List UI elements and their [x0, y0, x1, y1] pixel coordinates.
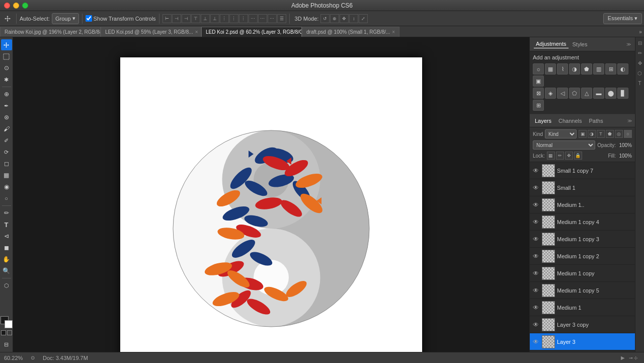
filter-toggle-icon[interactable]: ○ — [624, 130, 632, 138]
levels-adj[interactable]: ▦ — [545, 63, 556, 75]
layer-eye-1[interactable]: 👁 — [532, 184, 540, 192]
more-align-icon[interactable]: ☰ — [277, 14, 286, 23]
quick-select-tool[interactable]: ✱ — [1, 74, 12, 85]
lock-position-icon[interactable]: ✥ — [565, 152, 573, 160]
collapse-panels-btn[interactable]: » — [637, 27, 644, 37]
transform-checkbox[interactable] — [86, 15, 92, 22]
filter-type-icon[interactable]: T — [597, 130, 605, 138]
tab-close-1[interactable]: × — [195, 29, 198, 35]
threshold-adj[interactable]: △ — [581, 88, 592, 99]
lock-image-icon[interactable]: ✏ — [556, 152, 564, 160]
distribute-middle-icon[interactable]: ⋯ — [258, 14, 267, 23]
navigator-icon[interactable]: ⊹ — [634, 355, 638, 360]
tab-led-koi-2[interactable]: LED Koi 2.psd @ 60.2% (Layer 3, RGB/8/CM… — [201, 27, 302, 37]
layer-row-0[interactable]: 👁Small 1 copy 7 — [530, 162, 635, 179]
zoom-tool[interactable]: 🔍 — [1, 265, 12, 276]
align-right-icon[interactable]: ⊣ — [182, 14, 191, 23]
layer-row-4[interactable]: 👁Medium 1 copy 3 — [530, 231, 635, 248]
blend-mode-select[interactable]: Normal Multiply Screen — [533, 140, 595, 150]
align-left-icon[interactable]: ⊢ — [163, 14, 172, 23]
layer-row-2[interactable]: 👁Medium 1.. — [530, 196, 635, 213]
3d-tool[interactable]: ⬡ — [1, 280, 12, 291]
exposure-adj[interactable]: ◑ — [569, 63, 580, 75]
curves-adj[interactable]: ⌇ — [557, 63, 568, 75]
filter-adjustment-icon[interactable]: ◑ — [588, 130, 596, 138]
tab-adjustments[interactable]: Adjustments — [534, 40, 569, 48]
invert-adj[interactable]: ◁ — [557, 88, 568, 99]
align-bottom-icon[interactable]: ⊥ — [210, 14, 219, 23]
mini-icon-5[interactable]: T — [636, 80, 643, 87]
gradient-fill-adj[interactable]: ▊ — [617, 88, 628, 99]
3d-slide-icon[interactable]: ↕ — [349, 14, 358, 23]
3d-roll-icon[interactable]: ⊕ — [330, 14, 339, 23]
background-color[interactable] — [5, 320, 13, 328]
layer-eye-5[interactable]: 👁 — [532, 252, 540, 260]
distribute-bottom-icon[interactable]: ⋯ — [268, 14, 277, 23]
blur-tool[interactable]: ◉ — [1, 181, 12, 192]
marquee-tool[interactable] — [1, 51, 12, 62]
mini-icon-2[interactable]: ✏ — [636, 49, 643, 56]
tab-channels[interactable]: Channels — [556, 117, 584, 125]
align-top-icon[interactable]: ⊤ — [191, 14, 200, 23]
screen-mode-btn[interactable]: ⊟ — [1, 339, 12, 350]
bw-adj[interactable]: ◐ — [617, 63, 628, 75]
layer-eye-3[interactable]: 👁 — [532, 218, 540, 226]
3d-rotate-icon[interactable]: ↺ — [320, 14, 330, 23]
mini-icon-1[interactable]: ⊟ — [636, 39, 643, 46]
minimize-button[interactable] — [13, 3, 19, 9]
posterize-adj[interactable]: ⬠ — [569, 88, 580, 99]
distribute-center-icon[interactable]: ⋮ — [229, 14, 238, 23]
close-button[interactable] — [4, 3, 10, 9]
layer-eye-4[interactable]: 👁 — [532, 235, 540, 243]
layers-collapse-arrow[interactable]: ≫ — [627, 118, 632, 123]
layer-eye-6[interactable]: 👁 — [532, 269, 540, 277]
pattern-adj[interactable]: ⊞ — [533, 100, 544, 111]
hsl-adj[interactable]: ▥ — [593, 63, 604, 75]
layer-eye-10[interactable]: 👁 — [532, 338, 540, 346]
align-center-icon[interactable]: ⊣ — [172, 14, 181, 23]
history-brush[interactable]: ⟳ — [1, 147, 12, 158]
lasso-tool[interactable]: ⊙ — [1, 62, 12, 74]
healing-tool[interactable]: ⊛ — [1, 112, 12, 123]
layer-eye-7[interactable]: 👁 — [532, 286, 540, 295]
shape-tool[interactable]: ◼ — [1, 242, 12, 253]
3d-pan-icon[interactable]: ✥ — [340, 14, 349, 23]
photo-adj[interactable]: ▣ — [533, 76, 544, 87]
filter-shape-icon[interactable]: ⬟ — [606, 130, 614, 138]
move-tool-icon[interactable] — [2, 13, 13, 24]
vibrance-adj[interactable]: ⬟ — [581, 63, 592, 75]
brush-tool[interactable]: 🖌 — [1, 123, 12, 134]
tab-led-koi[interactable]: LED Koi.psd @ 59% (Layer 3, RGB/8... × — [101, 27, 201, 37]
essentials-button[interactable]: Essentials ▾ — [603, 13, 642, 24]
default-colors-icon[interactable] — [7, 330, 12, 335]
solid-color-adj[interactable]: ⬤ — [605, 88, 616, 99]
layer-row-1[interactable]: 👁Small 1 — [530, 179, 635, 196]
filter-smart-icon[interactable]: ◎ — [615, 130, 623, 138]
layer-row-8[interactable]: 👁Medium 1 — [530, 299, 635, 316]
hand-tool[interactable]: ✋ — [1, 254, 12, 265]
layer-eye-0[interactable]: 👁 — [532, 167, 540, 175]
lock-transparent-icon[interactable]: ▦ — [547, 152, 555, 160]
distribute-right-icon[interactable]: ⋮ — [239, 14, 248, 23]
tab-rainbow-koi[interactable]: Rainbow Koi.jpg @ 196% (Layer 2, RGB/8#)… — [0, 27, 101, 37]
layer-row-5[interactable]: 👁Medium 1 copy 2 — [530, 248, 635, 265]
swap-colors-icon[interactable] — [1, 330, 6, 335]
brightness-adj[interactable]: ☼ — [533, 63, 544, 75]
tab-layers[interactable]: Layers — [533, 117, 553, 125]
path-select-tool[interactable]: ⊲ — [1, 231, 12, 242]
layer-eye-2[interactable]: 👁 — [532, 201, 540, 209]
timeline-icon[interactable]: ⊸ — [629, 355, 633, 360]
move-tool[interactable] — [1, 39, 12, 50]
mini-icon-3[interactable]: ✥ — [636, 59, 643, 66]
layer-row-7[interactable]: 👁Medium 1 copy 5 — [530, 282, 635, 299]
scroll-right-arrow[interactable]: ▶ — [621, 355, 625, 360]
colorbal-adj[interactable]: ⊞ — [605, 63, 616, 75]
tab-paths[interactable]: Paths — [587, 117, 605, 125]
filter-pixel-icon[interactable]: ▣ — [579, 130, 587, 138]
3d-scale-icon[interactable]: ⤢ — [359, 14, 368, 23]
maximize-button[interactable] — [22, 3, 28, 9]
clone-stamp[interactable]: ✐ — [1, 135, 12, 146]
layer-row-10[interactable]: 👁Layer 3 — [530, 333, 635, 350]
gradient-tool[interactable]: ▦ — [1, 170, 12, 181]
pen-tool[interactable]: ✏ — [1, 207, 12, 219]
